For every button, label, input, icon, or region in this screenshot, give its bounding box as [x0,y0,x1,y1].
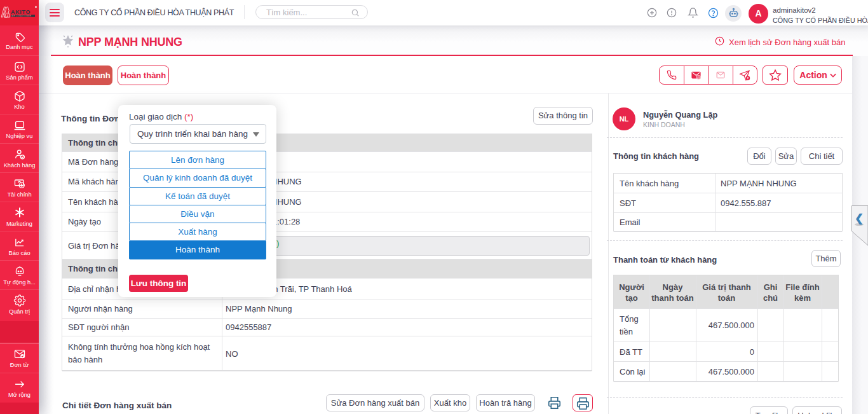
svg-text:AKITO: AKITO [11,9,31,15]
svg-text:@: @ [696,75,700,79]
svg-text:AIR CONDITIONER: AIR CONDITIONER [11,15,32,17]
svg-text:❮: ❮ [855,212,864,225]
